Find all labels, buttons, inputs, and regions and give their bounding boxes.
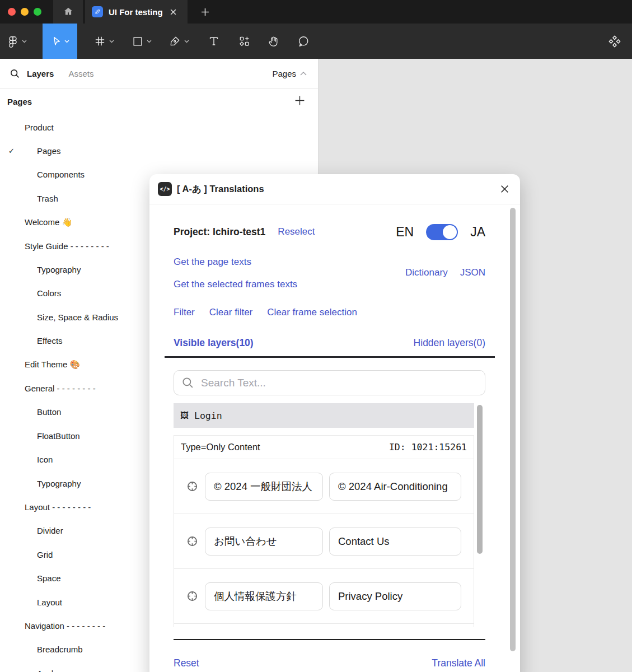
- chevron-down-icon: [184, 40, 189, 43]
- sidebar-item-label: Size, Space & Radius: [37, 312, 118, 322]
- translate-all-button[interactable]: Translate All: [432, 657, 485, 669]
- home-icon: [62, 6, 74, 18]
- sidebar-item[interactable]: Product: [0, 115, 318, 139]
- sidebar-item-label: Pages: [37, 146, 61, 156]
- chevron-down-icon: [64, 40, 69, 43]
- tab-title: UI For testing: [109, 7, 163, 17]
- shape-tool-button[interactable]: [132, 24, 152, 59]
- sidebar-item-label: Typography: [37, 265, 81, 274]
- json-link[interactable]: JSON: [460, 267, 485, 278]
- translated-text-field[interactable]: Contact Us: [329, 528, 461, 556]
- search-icon: [181, 376, 194, 389]
- leaf-favicon-icon: [92, 6, 103, 17]
- sidebar-item-label: Edit Theme 🎨: [25, 360, 80, 370]
- sidebar-item-label: Trash: [37, 194, 58, 203]
- sidebar-item-label: Product: [25, 123, 54, 132]
- dictionary-json-links: Dictionary JSON: [405, 267, 485, 278]
- toolbar: [0, 24, 632, 59]
- cursor-icon: [50, 35, 62, 47]
- source-text: お問い合わせ: [214, 534, 277, 548]
- sidebar-item[interactable]: ✓Pages: [0, 139, 318, 162]
- window-controls[interactable]: [8, 8, 41, 16]
- close-icon[interactable]: [500, 184, 509, 196]
- project-row: Project: Ichiro-test1 Reselect EN JA: [174, 223, 485, 240]
- zoom-window-button[interactable]: [34, 8, 41, 16]
- tab-hidden-layers[interactable]: Hidden layers(0): [414, 337, 485, 349]
- dialog-footer: Reset Translate All: [174, 656, 485, 670]
- tab-visible-layers[interactable]: Visible layers(10): [174, 337, 254, 349]
- minimize-window-button[interactable]: [21, 8, 29, 16]
- language-toggle[interactable]: [426, 224, 458, 240]
- tab-assets[interactable]: Assets: [68, 69, 93, 78]
- hand-tool-button[interactable]: [267, 24, 280, 59]
- move-tool-button[interactable]: [43, 24, 77, 59]
- panel-header: Layers Assets Pages: [0, 59, 318, 88]
- frame-emoji-icon: 🖼: [180, 410, 189, 421]
- translated-text-field[interactable]: © 2024 Air-Conditioning: [329, 473, 461, 501]
- add-page-button[interactable]: [294, 95, 305, 108]
- hand-tool-icon: [267, 35, 280, 48]
- tab-close-icon[interactable]: [170, 8, 177, 16]
- sidebar-item-label: Style Guide - - - - - - - -: [25, 241, 109, 251]
- code-badge-icon: </>: [158, 182, 172, 196]
- diamond-grid-icon: [607, 34, 622, 49]
- frame-tool-icon: [93, 35, 106, 48]
- source-text: © 2024 一般財団法人: [214, 479, 312, 493]
- toggle-knob: [443, 225, 457, 239]
- translated-text-field[interactable]: Privacy Policy: [329, 582, 461, 610]
- search-input[interactable]: [201, 377, 458, 389]
- list-scrollbar[interactable]: [477, 405, 483, 554]
- new-tab-plus-icon[interactable]: [197, 4, 213, 20]
- comment-tool-button[interactable]: [297, 24, 310, 59]
- search-box: [174, 370, 485, 395]
- clear-filter-link[interactable]: Clear filter: [209, 307, 252, 318]
- locate-target-icon[interactable]: [186, 480, 198, 492]
- insert-components-icon: [238, 35, 251, 48]
- quick-actions-button[interactable]: [607, 24, 622, 59]
- search-icon[interactable]: [10, 68, 20, 79]
- frame-tool-button[interactable]: [93, 24, 114, 59]
- locate-target-icon[interactable]: [186, 535, 198, 547]
- text-tool-button[interactable]: [208, 24, 220, 59]
- sidebar-item-label: FloatButton: [37, 431, 80, 441]
- chevron-down-icon: [147, 40, 152, 43]
- locate-target-icon[interactable]: [186, 590, 198, 602]
- get-selected-frames-texts-link[interactable]: Get the selected frames texts: [174, 279, 297, 290]
- sidebar-item-label: Layout - - - - - - - -: [25, 502, 91, 512]
- reselect-link[interactable]: Reselect: [278, 226, 315, 237]
- pages-dropdown[interactable]: Pages: [272, 69, 307, 78]
- translation-row: © 2024 一般財団法人 © 2024 Air-Conditioning: [174, 459, 474, 514]
- translation-row: 個人情報保護方針 Privacy Policy: [174, 569, 474, 624]
- translation-rows: © 2024 一般財団法人 © 2024 Air-Conditioning お問…: [174, 459, 474, 624]
- source-text-field[interactable]: © 2024 一般財団法人: [205, 473, 323, 501]
- dialog-scrollbar[interactable]: [510, 208, 516, 651]
- get-page-texts-link[interactable]: Get the page texts: [174, 256, 251, 268]
- file-tab[interactable]: UI For testing: [85, 0, 188, 24]
- pen-tool-button[interactable]: [168, 24, 189, 59]
- translated-text: © 2024 Air-Conditioning: [338, 480, 448, 493]
- close-window-button[interactable]: [8, 8, 16, 16]
- group-header-row[interactable]: 🖼 Login: [174, 403, 474, 428]
- footer-divider: [174, 639, 485, 640]
- main-area: Layers Assets Pages Pages Product✓PagesC…: [0, 59, 632, 672]
- source-text-field[interactable]: お問い合わせ: [205, 528, 323, 556]
- rectangle-tool-icon: [132, 35, 144, 48]
- filter-link[interactable]: Filter: [174, 307, 195, 318]
- source-text-field[interactable]: 個人情報保護方針: [205, 582, 323, 610]
- reset-button[interactable]: Reset: [174, 657, 199, 669]
- dictionary-link[interactable]: Dictionary: [405, 267, 448, 278]
- clipped-next-row: [174, 624, 474, 627]
- layers-tabs: Visible layers(10) Hidden layers(0): [174, 337, 485, 351]
- sidebar-item-label: Divider: [37, 526, 63, 535]
- home-tab[interactable]: [53, 0, 83, 24]
- chevron-up-icon: [300, 72, 307, 76]
- tabs-underline: [165, 356, 495, 358]
- main-menu-button[interactable]: [7, 24, 27, 59]
- tab-layers[interactable]: Layers: [27, 69, 54, 78]
- sidebar-item-label: Space: [37, 573, 61, 583]
- clear-frame-selection-link[interactable]: Clear frame selection: [267, 307, 357, 318]
- insert-components-button[interactable]: [238, 24, 251, 59]
- chevron-down-icon: [109, 40, 114, 43]
- pages-section-title: Pages: [7, 97, 32, 106]
- sidebar-item-label: Navigation - - - - - - - -: [25, 621, 105, 631]
